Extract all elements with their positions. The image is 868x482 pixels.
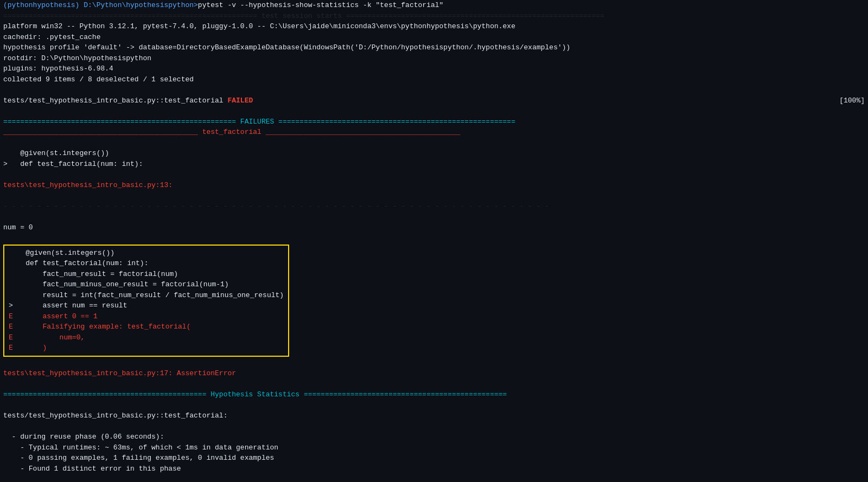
- command-line: (pythonhypothesis) D:\Python\hypothesisp…: [0, 0, 868, 11]
- code-line4: fact_num_minus_one_result = factorial(nu…: [9, 279, 284, 290]
- reuse-runtimes: - Typical runtimes: ~ 63ms, of which < 1…: [0, 442, 868, 453]
- failed-badge: FAILED: [227, 97, 253, 105]
- blank3: [0, 138, 868, 149]
- file-ref2: tests\test_hypothesis_intro_basic.py:17:…: [0, 368, 868, 379]
- session-start-sep: ========================================…: [0, 11, 868, 22]
- cachedir-line: cachedir: .pytest_cache: [0, 32, 868, 43]
- reuse-header: - during reuse phase (0.06 seconds):: [0, 432, 868, 442]
- blank11: [0, 421, 868, 432]
- blank2: [0, 106, 868, 117]
- terminal-window: (pythonhypothesis) D:\Python\hypothesisp…: [0, 0, 868, 482]
- platform-line: platform win32 -- Python 3.12.1, pytest-…: [0, 21, 868, 32]
- test-factorial-sep: ________________________________________…: [0, 127, 868, 138]
- code-highlight-box: @given(st.integers()) def test_factorial…: [3, 245, 289, 357]
- blank8: [0, 358, 868, 369]
- percent-badge: [100%]: [839, 95, 865, 106]
- prompt: (pythonhypothesis) D:\Python\hypothesisp…: [3, 1, 198, 9]
- blank6: [0, 211, 868, 222]
- given-line: @given(st.integers()): [0, 148, 868, 159]
- blank9: [0, 379, 868, 390]
- blank4: [0, 169, 868, 180]
- def-line: > def test_factorial(num: int):: [0, 159, 868, 170]
- blank1: [0, 85, 868, 95]
- code-line6: > assert num == result: [9, 300, 284, 311]
- collected-line: collected 9 items / 8 deselected / 1 sel…: [0, 74, 868, 85]
- rootdir-line: rootdir: D:\Python\hypothesispython: [0, 53, 868, 64]
- reuse-errors: - Found 1 distinct error in this phase: [0, 464, 868, 474]
- file-ref1: tests\test_hypothesis_intro_basic.py:13:: [0, 180, 868, 191]
- plugins-line: plugins: hypothesis-6.98.4: [0, 63, 868, 74]
- num-eq-line: num = 0: [0, 222, 868, 233]
- dashes1: - - - - - - - - - - - - - - - - - - - - …: [0, 201, 868, 212]
- blank5: [0, 190, 868, 201]
- reuse-examples: - 0 passing examples, 1 failing examples…: [0, 453, 868, 464]
- code-line9: E num=0,: [9, 332, 284, 343]
- hypothesis-profile-line: hypothesis profile 'default' -> database…: [0, 42, 868, 53]
- blank12: [0, 474, 868, 482]
- code-line7: E assert 0 == 1: [9, 311, 284, 322]
- code-line3: fact_num_result = factorial(num): [9, 269, 284, 280]
- blank10: [0, 400, 868, 411]
- blank7: [0, 233, 868, 243]
- hyp-stats-sep: ========================================…: [0, 389, 868, 400]
- code-line2: def test_factorial(num: int):: [9, 258, 284, 269]
- failures-sep: ========================================…: [0, 117, 868, 127]
- test-result-row: tests/test_hypothesis_intro_basic.py::te…: [0, 95, 868, 106]
- code-line8: E Falsifying example: test_factorial(: [9, 322, 284, 332]
- test-result-text: tests/test_hypothesis_intro_basic.py::te…: [3, 95, 253, 106]
- hyp-test-name: tests/test_hypothesis_intro_basic.py::te…: [0, 410, 868, 421]
- code-line10: E ): [9, 343, 284, 354]
- command-text: pytest -v --hypothesis-show-statistics -…: [198, 1, 443, 9]
- code-line5: result = int(fact_num_result / fact_num_…: [9, 290, 284, 301]
- code-line1: @given(st.integers()): [9, 248, 284, 259]
